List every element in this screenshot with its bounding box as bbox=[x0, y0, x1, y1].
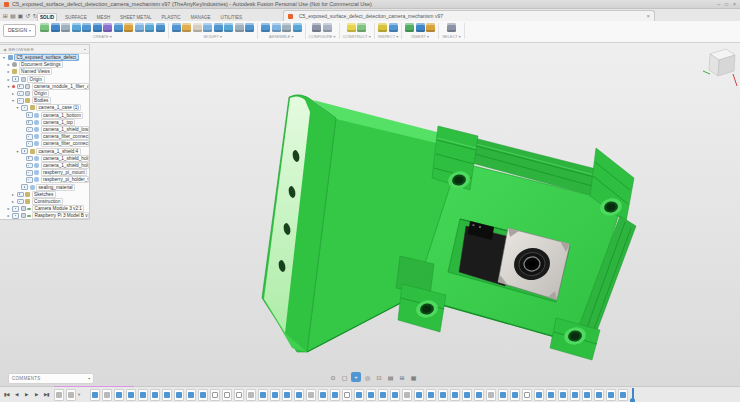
dock-icon[interactable]: ▪ bbox=[84, 47, 86, 52]
expand-toggle-icon[interactable]: ▸ bbox=[7, 213, 11, 218]
file-menu-icon[interactable]: ▤ bbox=[10, 10, 17, 20]
browser-row[interactable]: ▾C5_exposed_surface_defect_de... bbox=[0, 54, 89, 61]
group-label[interactable]: CREATE ▾ bbox=[93, 34, 112, 39]
timeline-feature-icon[interactable] bbox=[198, 389, 208, 401]
group-label[interactable]: INSERT ▾ bbox=[411, 34, 429, 39]
visibility-eye-icon[interactable] bbox=[12, 213, 19, 219]
save-icon[interactable]: ▣ bbox=[17, 10, 24, 20]
fit-icon[interactable]: ⊡ bbox=[374, 372, 384, 382]
document-close-icon[interactable]: × bbox=[646, 13, 650, 19]
visibility-eye-icon[interactable] bbox=[26, 163, 33, 169]
collapse-icon[interactable]: ◀ bbox=[3, 47, 6, 52]
tab-manage[interactable]: MANAGE bbox=[189, 14, 213, 21]
tab-solid[interactable]: SOLID bbox=[37, 13, 57, 21]
visibility-eye-icon[interactable] bbox=[17, 199, 24, 205]
browser-row[interactable]: ▸Origin bbox=[0, 90, 89, 97]
timeline-feature-icon[interactable] bbox=[606, 389, 616, 401]
visibility-eye-icon[interactable] bbox=[26, 156, 33, 162]
browser-row[interactable]: ▸Construction bbox=[0, 198, 89, 205]
browser-row[interactable]: camera_1_shield_holder bbox=[0, 155, 89, 162]
pipe-icon[interactable] bbox=[103, 23, 112, 32]
tab-mesh[interactable]: MESH bbox=[95, 14, 112, 21]
browser-row[interactable]: camera_filter_connector bbox=[0, 133, 89, 140]
torus-icon[interactable] bbox=[82, 23, 91, 32]
visibility-eye-icon[interactable] bbox=[21, 105, 28, 111]
as-built-joint-icon[interactable] bbox=[282, 23, 291, 32]
measure-icon[interactable] bbox=[378, 23, 387, 32]
select-icon[interactable] bbox=[447, 23, 456, 32]
timeline-feature-icon[interactable] bbox=[390, 389, 400, 401]
timeline-feature-icon[interactable] bbox=[366, 389, 376, 401]
visibility-eye-icon[interactable] bbox=[17, 192, 24, 198]
timeline-feature-icon[interactable] bbox=[450, 389, 460, 401]
timeline-feature-icon[interactable] bbox=[138, 389, 148, 401]
timeline-feature-icon[interactable] bbox=[486, 389, 496, 401]
step-forward-button[interactable]: ▶ bbox=[32, 389, 41, 400]
active-component-radio[interactable] bbox=[12, 85, 15, 88]
timeline-feature-icon[interactable] bbox=[258, 389, 268, 401]
timeline-collapse-icon[interactable]: ▾ bbox=[78, 392, 80, 397]
timeline-feature-icon[interactable] bbox=[150, 389, 160, 401]
visibility-eye-icon[interactable] bbox=[26, 134, 33, 140]
timeline-feature-icon[interactable] bbox=[126, 389, 136, 401]
timeline-feature-icon[interactable] bbox=[294, 389, 304, 401]
coil-icon[interactable] bbox=[93, 23, 102, 32]
browser-row[interactable]: ▸Camera Module 3 v2:1 bbox=[0, 205, 89, 212]
timeline-feature-icon[interactable] bbox=[54, 389, 64, 401]
form-icon[interactable] bbox=[156, 23, 165, 32]
visibility-eye-icon[interactable] bbox=[21, 148, 28, 154]
draft-icon[interactable] bbox=[203, 23, 212, 32]
visibility-eye-icon[interactable] bbox=[26, 170, 33, 176]
group-label[interactable]: CONSTRUCT ▾ bbox=[343, 34, 371, 39]
look-at-icon[interactable]: ▢ bbox=[340, 372, 350, 382]
thicken-icon[interactable] bbox=[135, 23, 144, 32]
browser-row[interactable]: raspberry_pi_holder_v2 bbox=[0, 176, 89, 183]
browser-row[interactable]: sealing_material bbox=[0, 184, 89, 191]
group-label[interactable]: MODIFY ▾ bbox=[203, 34, 222, 39]
visibility-eye-icon[interactable] bbox=[26, 120, 33, 126]
viewports-icon[interactable]: ▦ bbox=[409, 372, 419, 382]
joint-icon[interactable] bbox=[272, 23, 281, 32]
expand-toggle-icon[interactable]: ▾ bbox=[11, 98, 15, 103]
box-icon[interactable] bbox=[51, 23, 60, 32]
timeline-feature-icon[interactable] bbox=[222, 389, 232, 401]
browser-row[interactable]: camera_1_bottom bbox=[0, 112, 89, 119]
visibility-eye-icon[interactable] bbox=[26, 112, 33, 118]
close-button[interactable]: × bbox=[733, 0, 736, 9]
pan-icon[interactable]: + bbox=[351, 372, 361, 382]
browser-row[interactable]: camera_1_shield_holder bbox=[0, 162, 89, 169]
timeline-feature-icon[interactable] bbox=[378, 389, 388, 401]
tab-sheet-metal[interactable]: SHEET METAL bbox=[118, 14, 153, 21]
visibility-eye-icon[interactable] bbox=[26, 141, 33, 147]
browser-row[interactable]: ▾camera_1_shield:4 bbox=[0, 148, 89, 155]
timeline-feature-icon[interactable] bbox=[186, 389, 196, 401]
timeline-feature-icon[interactable] bbox=[522, 389, 532, 401]
comments-bar[interactable]: COMMENTS ▪ bbox=[8, 373, 94, 384]
timeline-feature-icon[interactable] bbox=[402, 389, 412, 401]
expand-toggle-icon[interactable]: ▸ bbox=[7, 69, 11, 74]
scale-icon[interactable] bbox=[214, 23, 223, 32]
section-analysis-icon[interactable] bbox=[389, 23, 398, 32]
timeline-feature-icon[interactable] bbox=[306, 389, 316, 401]
construction-axis-icon[interactable] bbox=[357, 23, 366, 32]
offset-face-icon[interactable] bbox=[235, 23, 244, 32]
timeline-feature-icon[interactable] bbox=[330, 389, 340, 401]
timeline-feature-icon[interactable] bbox=[246, 389, 256, 401]
go-to-end-button[interactable]: ▶▮ bbox=[42, 389, 51, 400]
expand-toggle-icon[interactable]: ▾ bbox=[16, 105, 20, 110]
browser-row[interactable]: ▾Bodies bbox=[0, 97, 89, 104]
timeline-feature-icon[interactable] bbox=[270, 389, 280, 401]
browser-row[interactable]: camera_1_shield_low bbox=[0, 126, 89, 133]
group-label[interactable]: SELECT ▾ bbox=[442, 34, 461, 39]
timeline-feature-icon[interactable] bbox=[342, 389, 352, 401]
play-button[interactable]: ▶ bbox=[22, 389, 31, 400]
browser-row[interactable]: ▸Origin bbox=[0, 76, 89, 83]
workspace-selector[interactable]: DESIGN ▾ bbox=[3, 24, 36, 37]
timeline-feature-icon[interactable] bbox=[90, 389, 100, 401]
timeline-feature-icon[interactable] bbox=[546, 389, 556, 401]
fillet-icon[interactable] bbox=[182, 23, 191, 32]
timeline-feature-icon[interactable] bbox=[66, 389, 76, 401]
timeline-feature-icon[interactable] bbox=[282, 389, 292, 401]
pattern-icon[interactable] bbox=[114, 23, 123, 32]
create-sketch-icon[interactable] bbox=[40, 23, 49, 32]
